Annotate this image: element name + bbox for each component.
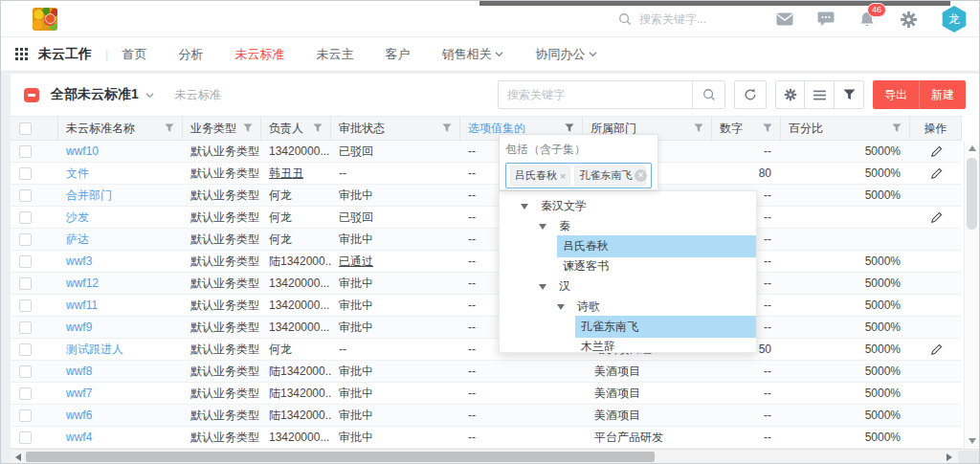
column-header-1[interactable]: 业务类型: [183, 117, 261, 140]
chevron-down-icon[interactable]: [145, 91, 154, 99]
column-filter-icon[interactable]: [243, 123, 253, 133]
column-filter-icon[interactable]: [442, 123, 452, 133]
tree-node-4[interactable]: 汉: [500, 276, 756, 297]
edit-icon[interactable]: [930, 343, 943, 356]
row-checkbox[interactable]: [19, 365, 32, 378]
filter-icon[interactable]: [835, 80, 864, 109]
tree-node-1[interactable]: 秦: [500, 216, 756, 236]
gear-icon[interactable]: [900, 11, 917, 28]
remove-tag-icon[interactable]: ×: [560, 170, 566, 182]
tree-expand-arrow[interactable]: [539, 224, 546, 230]
column-header-7[interactable]: 百分比: [781, 117, 910, 140]
table-row-8[interactable]: wwf9默认业务类型13420000...审批中----5000%: [11, 317, 962, 339]
tree-node-5[interactable]: 诗歌: [500, 297, 756, 317]
record-link[interactable]: wwf10: [58, 141, 183, 162]
bell-icon[interactable]: 46: [858, 11, 876, 28]
filter-tag-0[interactable]: 吕氏春秋×: [510, 166, 570, 186]
row-checkbox[interactable]: [19, 189, 32, 202]
nav-item-0[interactable]: 首页: [122, 46, 146, 63]
tree-expand-arrow[interactable]: [521, 204, 528, 210]
list-view-icon[interactable]: [805, 80, 835, 109]
tree-expand-arrow[interactable]: [557, 304, 565, 310]
record-link[interactable]: wwf12: [58, 273, 183, 294]
row-checkbox[interactable]: [19, 167, 32, 180]
chat-icon[interactable]: [817, 11, 835, 28]
table-row-0[interactable]: wwf10默认业务类型13420000...已驳回----5000%: [11, 141, 962, 163]
avatar[interactable]: 龙: [941, 6, 968, 33]
column-header-0[interactable]: 未云标准名称: [58, 117, 183, 140]
export-button[interactable]: 导出: [873, 80, 920, 109]
column-filter-icon[interactable]: [565, 123, 574, 133]
record-link[interactable]: wwf4: [58, 427, 183, 448]
tree-node-3[interactable]: 谏逐客书: [500, 256, 756, 276]
record-link[interactable]: wwf11: [58, 295, 183, 316]
column-header-2[interactable]: 负责人: [261, 117, 331, 140]
column-filter-icon[interactable]: [694, 123, 703, 133]
nav-item-5[interactable]: 销售相关: [441, 46, 503, 63]
column-filter-icon[interactable]: [763, 123, 772, 133]
table-row-13[interactable]: wwf4默认业务类型13420000...审批中--平台产品研发--5000%: [11, 427, 962, 449]
tree-node-2[interactable]: 吕氏春秋: [500, 236, 756, 256]
row-checkbox[interactable]: [19, 299, 32, 312]
column-filter-icon[interactable]: [313, 123, 323, 133]
column-filter-icon[interactable]: [892, 123, 902, 133]
row-checkbox[interactable]: [19, 409, 32, 422]
column-header-8[interactable]: 操作: [910, 117, 962, 140]
vertical-scrollbar[interactable]: [964, 141, 979, 449]
edit-icon[interactable]: [930, 167, 943, 180]
table-row-2[interactable]: 合并部门默认业务类型何龙审批中----5000%: [11, 185, 962, 207]
row-checkbox[interactable]: [19, 211, 32, 224]
record-link[interactable]: 合并部门: [58, 185, 183, 206]
record-link[interactable]: wwf9: [58, 317, 183, 338]
record-link[interactable]: 沙发: [58, 207, 183, 228]
row-checkbox[interactable]: [19, 233, 32, 246]
edit-icon[interactable]: [930, 211, 943, 224]
refresh-button[interactable]: [734, 80, 767, 109]
table-row-6[interactable]: wwf12默认业务类型13420000...审批中----5000%: [11, 273, 962, 295]
tree-node-7[interactable]: 木兰辞: [500, 337, 756, 353]
table-row-7[interactable]: wwf11默认业务类型13420000...审批中----5000%: [11, 295, 962, 317]
app-grid-icon[interactable]: [15, 48, 28, 60]
create-button[interactable]: 新建: [920, 80, 966, 109]
scroll-down-arrow[interactable]: [969, 438, 976, 444]
global-search-input[interactable]: [639, 12, 783, 26]
column-header-3[interactable]: 审批状态: [331, 117, 460, 140]
table-row-4[interactable]: 萨达默认业务类型何龙审批中----: [11, 229, 962, 251]
tree-node-6[interactable]: 孔雀东南飞: [500, 317, 756, 337]
column-filter-icon[interactable]: [165, 123, 174, 133]
row-checkbox[interactable]: [19, 277, 32, 290]
record-link[interactable]: wwf7: [58, 383, 183, 404]
vertical-scroll-thumb[interactable]: [967, 158, 977, 230]
table-row-5[interactable]: wwf3默认业务类型陆1342000...已通过----5000%: [11, 251, 962, 273]
scroll-up-arrow[interactable]: [969, 145, 976, 151]
select-all-checkbox[interactable]: [19, 122, 32, 135]
nav-item-6[interactable]: 协同办公: [535, 46, 597, 63]
workspace-title[interactable]: 未云工作: [38, 46, 92, 63]
nav-item-2[interactable]: 未云标准: [234, 46, 284, 63]
scroll-right-arrow[interactable]: [947, 453, 952, 461]
record-link[interactable]: 萨达: [58, 229, 183, 250]
list-search-input[interactable]: [499, 88, 692, 101]
search-submit-button[interactable]: [692, 81, 724, 108]
filter-tag-input[interactable]: 吕氏春秋×孔雀东南飞×✕: [505, 163, 652, 188]
record-link[interactable]: wwf3: [58, 251, 183, 272]
table-row-3[interactable]: 沙发默认业务类型何龙已驳回----: [11, 207, 962, 229]
record-link[interactable]: wwf8: [58, 361, 183, 382]
nav-item-4[interactable]: 客户: [385, 46, 410, 63]
record-link[interactable]: 测试跟进人: [58, 339, 183, 360]
table-row-1[interactable]: 文件默认业务类型韩丑丑----805000%: [11, 163, 962, 185]
clear-input-icon[interactable]: ✕: [635, 169, 647, 182]
row-checkbox[interactable]: [19, 255, 32, 268]
table-row-12[interactable]: wwf6默认业务类型陆1342000...审批中--美酒项目--5000%: [11, 405, 962, 427]
record-link[interactable]: wwf6: [58, 405, 183, 426]
scroll-left-arrow[interactable]: [15, 453, 21, 461]
record-link[interactable]: 文件: [58, 163, 183, 184]
row-checkbox[interactable]: [19, 343, 32, 356]
table-row-11[interactable]: wwf7默认业务类型陆1342000...审批中--美酒项目--5000%: [11, 383, 962, 405]
edit-icon[interactable]: [930, 145, 943, 158]
nav-item-3[interactable]: 未云主: [316, 46, 353, 63]
horizontal-scroll-thumb[interactable]: [26, 452, 655, 462]
view-title[interactable]: 全部未云标准1: [51, 86, 139, 103]
row-checkbox[interactable]: [19, 387, 32, 400]
settings-icon[interactable]: [775, 80, 805, 109]
